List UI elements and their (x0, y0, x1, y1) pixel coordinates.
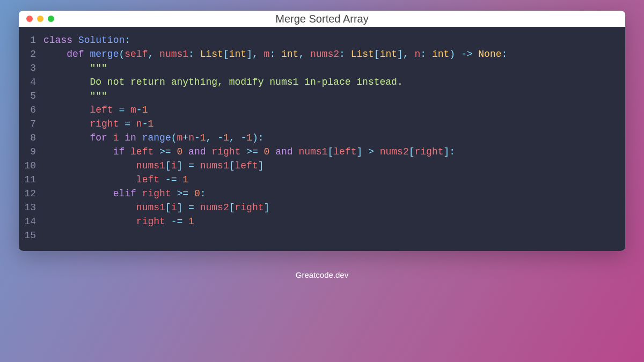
line-number: 2 (24, 47, 36, 61)
line-number: 15 (24, 228, 36, 242)
line-number: 11 (24, 173, 36, 187)
line-number: 12 (24, 187, 36, 201)
code-line: right -= 1 (43, 215, 625, 228)
code-line: nums1[i] = nums1[left] (43, 159, 625, 173)
line-number: 6 (24, 103, 36, 117)
code-line: nums1[i] = nums2[right] (43, 201, 625, 215)
code-line: right = n-1 (43, 117, 625, 131)
window-title: Merge Sorted Array (19, 13, 625, 25)
titlebar: Merge Sorted Array (19, 11, 625, 27)
maximize-icon[interactable] (48, 16, 54, 22)
line-number: 3 (24, 61, 36, 75)
code-line: elif right >= 0: (43, 187, 625, 201)
code-editor: 1 2 3 4 5 6 7 8 9 10 11 12 13 14 15 clas… (19, 27, 625, 251)
code-line: """ (43, 89, 625, 103)
minimize-icon[interactable] (37, 16, 43, 22)
traffic-lights (26, 16, 54, 22)
line-number: 9 (24, 145, 36, 159)
close-icon[interactable] (26, 16, 33, 22)
line-number-gutter: 1 2 3 4 5 6 7 8 9 10 11 12 13 14 15 (19, 33, 43, 242)
code-content[interactable]: class Solution: def merge(self, nums1: L… (43, 33, 625, 242)
code-line: left -= 1 (43, 173, 625, 187)
line-number: 10 (24, 159, 36, 173)
line-number: 14 (24, 215, 36, 228)
code-line: def merge(self, nums1: List[int], m: int… (43, 47, 625, 61)
code-line: for i in range(m+n-1, -1, -1): (43, 131, 625, 145)
line-number: 5 (24, 89, 36, 103)
line-number: 1 (24, 33, 36, 47)
code-window: Merge Sorted Array 1 2 3 4 5 6 7 8 9 10 … (19, 11, 625, 251)
line-number: 8 (24, 131, 36, 145)
caption-text: Greatcode.dev (296, 270, 348, 279)
code-line: Do not return anything, modify nums1 in-… (43, 75, 625, 89)
code-line: class Solution: (43, 33, 625, 47)
line-number: 4 (24, 75, 36, 89)
line-number: 13 (24, 201, 36, 215)
code-line: """ (43, 61, 625, 75)
code-line: left = m-1 (43, 103, 625, 117)
code-line: if left >= 0 and right >= 0 and nums1[le… (43, 145, 625, 159)
line-number: 7 (24, 117, 36, 131)
